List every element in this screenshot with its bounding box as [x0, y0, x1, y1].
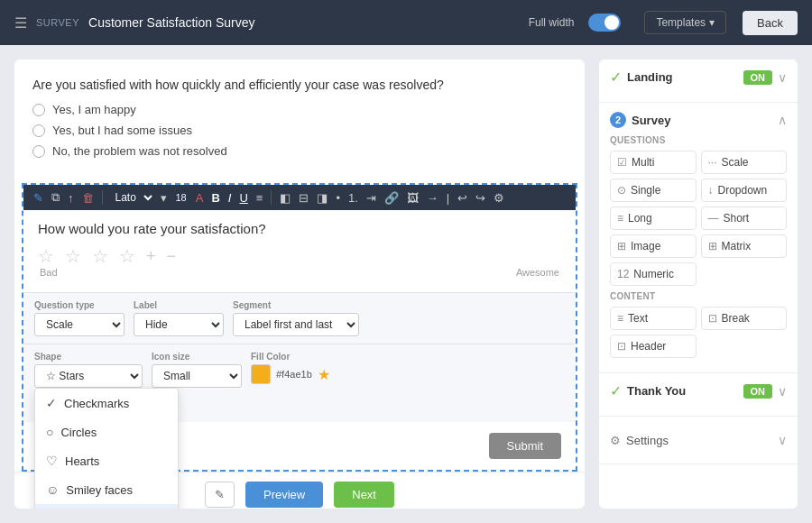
settings-chevron-icon[interactable]: ∨ [778, 433, 787, 447]
question-type-select[interactable]: Scale [34, 313, 125, 336]
full-width-label: Full width [529, 16, 575, 29]
content-type-text[interactable]: ≡ Text [610, 307, 697, 330]
font-family-select[interactable]: Lato [108, 188, 155, 206]
undo-icon[interactable]: ↩ [455, 189, 470, 206]
option-1: Yes, I am happy [32, 103, 567, 116]
minus-icon[interactable]: − [167, 247, 177, 266]
radio-1[interactable] [32, 104, 45, 116]
shape-option-hearts[interactable]: ♡ Hearts [35, 446, 178, 475]
shape-option-stars[interactable]: ☆ Stars [35, 504, 178, 509]
icon-size-select[interactable]: Small [152, 364, 242, 388]
next-button[interactable]: Next [334, 482, 394, 508]
survey-title: Customer Satisfaction Survey [88, 15, 254, 30]
star-1[interactable]: ☆ [38, 245, 54, 267]
copy-icon[interactable]: ⧉ [49, 188, 62, 206]
back-button[interactable]: Back [743, 11, 798, 35]
full-width-toggle[interactable] [588, 14, 621, 32]
question-type-single[interactable]: ⊙ Single [610, 179, 697, 202]
submit-button[interactable]: Submit [489, 433, 561, 459]
star-2[interactable]: ☆ [65, 245, 81, 267]
settings-item[interactable]: ⚙ Settings ∨ [610, 426, 787, 454]
color-picker[interactable]: #f4ae1b ★ [251, 364, 330, 384]
indent-icon[interactable]: ⇥ [364, 189, 379, 206]
text-color-icon[interactable]: A [193, 189, 207, 206]
option-3: No, the problem was not resolved [32, 144, 567, 158]
shape-option-circles[interactable]: ○ Circles [35, 417, 178, 446]
align-left-icon[interactable]: ◧ [277, 189, 293, 206]
settings-label: Settings [626, 434, 669, 447]
link-icon[interactable]: 🔗 [382, 189, 401, 206]
checkmarks-icon: ✓ [46, 396, 57, 410]
question-2-content: How would you rate your satisfaction? ☆ … [23, 210, 576, 292]
survey-section: 2 Survey ∧ Questions ☑ Multi ··· Scale ⊙… [599, 103, 798, 373]
arrow-icon[interactable]: → [424, 189, 441, 206]
option-2-label: Yes, but I had some issues [52, 124, 192, 137]
image-label: Image [631, 240, 660, 252]
label-select[interactable]: Hide [134, 313, 224, 336]
templates-button[interactable]: Templates ▾ [644, 11, 726, 34]
image-q-icon: ⊞ [617, 240, 626, 252]
menu-icon[interactable]: ☰ [14, 14, 27, 32]
star-3[interactable]: ☆ [92, 245, 108, 267]
thank-you-toggle[interactable]: ON [743, 384, 773, 399]
align-center-icon[interactable]: ⊟ [296, 189, 311, 206]
underline-icon[interactable]: U [236, 189, 250, 206]
option-1-label: Yes, I am happy [52, 103, 136, 116]
form-row-2: Shape ☆ Stars ✓ Checkmarks ○ Circles [23, 344, 576, 395]
question-type-short[interactable]: — Short [701, 206, 788, 230]
question-type-label: Question type [34, 300, 125, 310]
content-grid: ≡ Text ⊡ Break ⊡ Header [610, 307, 787, 358]
cursor-icon[interactable]: | [444, 189, 452, 206]
dropdown-label: Dropdown [718, 184, 768, 197]
pencil-button[interactable]: ✎ [205, 482, 235, 508]
thank-you-check-icon: ✓ [610, 382, 622, 399]
thank-you-header: ✓ Thank You ON ∨ [610, 382, 787, 399]
fill-color-label: Fill Color [251, 352, 330, 362]
more-icon[interactable]: ⚙ [491, 189, 507, 206]
align-right-icon[interactable]: ◨ [314, 189, 330, 206]
list-icon[interactable]: ≡ [254, 189, 266, 206]
up-icon[interactable]: ↑ [65, 189, 77, 206]
plus-icon[interactable]: + [146, 247, 156, 266]
ul-icon[interactable]: • [333, 189, 343, 206]
chevron-font-icon[interactable]: ▾ [158, 189, 170, 206]
shape-option-checkmarks[interactable]: ✓ Checkmarks [35, 389, 178, 417]
pencil-icon: ✎ [215, 488, 225, 501]
chevron-down-icon: ▾ [709, 16, 715, 29]
stars-labels: Bad Awesome [38, 267, 561, 278]
landing-toggle[interactable]: ON [743, 70, 773, 85]
radio-2[interactable] [32, 124, 45, 137]
edit-icon[interactable]: ✎ [31, 189, 46, 206]
question-type-numeric[interactable]: 12 Numeric [610, 262, 697, 286]
label-group: Label Hide [134, 300, 224, 336]
italic-icon[interactable]: I [226, 189, 235, 206]
redo-icon[interactable]: ↪ [473, 189, 488, 206]
question-type-multi[interactable]: ☑ Multi [610, 151, 697, 174]
question-type-long[interactable]: ≡ Long [610, 206, 697, 230]
survey-chevron-icon[interactable]: ∧ [778, 113, 787, 127]
header-label: Header [631, 340, 666, 353]
question-type-dropdown[interactable]: ↓ Dropdown [701, 179, 788, 202]
shape-select[interactable]: ☆ Stars [34, 364, 143, 388]
star-4[interactable]: ☆ [119, 245, 135, 267]
landing-chevron-icon[interactable]: ∨ [778, 70, 787, 85]
bold-icon[interactable]: B [208, 189, 222, 206]
question-type-matrix[interactable]: ⊞ Matrix [701, 234, 788, 258]
color-swatch[interactable] [251, 364, 271, 384]
header-icon: ⊡ [617, 340, 626, 353]
ol-icon[interactable]: 1. [346, 189, 361, 206]
preview-button[interactable]: Preview [245, 482, 323, 508]
content-type-break[interactable]: ⊡ Break [701, 307, 788, 330]
shape-option-smiley[interactable]: ☺ Smiley faces [35, 475, 178, 504]
question-type-image[interactable]: ⊞ Image [610, 234, 697, 258]
content-type-header[interactable]: ⊡ Header [610, 335, 697, 358]
landing-check-icon: ✓ [610, 69, 622, 86]
radio-3[interactable] [32, 145, 45, 158]
break-icon: ⊡ [708, 312, 717, 325]
question-type-scale[interactable]: ··· Scale [701, 151, 788, 174]
thank-you-chevron-icon[interactable]: ∨ [778, 384, 787, 399]
image-icon[interactable]: 🖼 [404, 189, 421, 206]
trash-icon[interactable]: 🗑 [79, 189, 97, 206]
landing-section: ✓ Landing ON ∨ [599, 60, 798, 103]
segment-select[interactable]: Label first and last [233, 313, 359, 336]
